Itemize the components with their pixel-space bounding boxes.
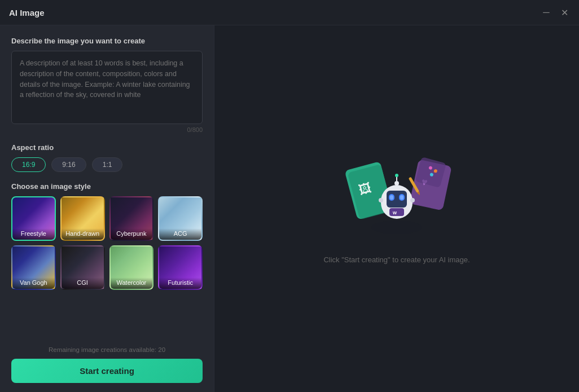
style-futuristic-label: Futuristic — [159, 278, 201, 289]
style-hand-drawn-label: Hand-drawn — [62, 228, 104, 240]
svg-point-18 — [394, 181, 399, 186]
svg-point-20 — [395, 174, 398, 177]
style-van-gogh-label: Van Gogh — [12, 278, 55, 289]
remaining-text: Remaining image creations available: 20 — [11, 346, 203, 353]
style-watercolor-label: Watercolor — [111, 278, 153, 289]
style-acg-label: ACG — [159, 228, 201, 240]
style-cgi[interactable]: CGI — [60, 245, 105, 290]
left-panel: Describe the image you want to create 0/… — [0, 25, 214, 392]
image-style-section: Choose an image style Freestyle Hand-dra… — [11, 182, 203, 290]
style-watercolor[interactable]: Watercolor — [109, 245, 154, 290]
minimize-button[interactable]: ─ — [541, 7, 552, 18]
main-layout: Describe the image you want to create 0/… — [0, 25, 579, 392]
close-button[interactable]: ✕ — [559, 7, 570, 18]
style-cyberpunk-label: Cyberpunk — [111, 228, 153, 240]
ai-illustration: 🖼 ♥ — [340, 154, 453, 244]
aspect-btn-1-1[interactable]: 1:1 — [92, 157, 123, 172]
start-creating-button[interactable]: Start creating — [11, 359, 203, 383]
style-freestyle-label: Freestyle — [12, 228, 55, 240]
prompt-label: Describe the image you want to create — [11, 37, 203, 45]
image-style-label: Choose an image style — [11, 182, 203, 191]
aspect-ratio-section: Aspect ratio 16:9 9:16 1:1 — [11, 143, 203, 172]
window-title: AI Image — [9, 8, 45, 17]
aspect-btn-9-16[interactable]: 9:16 — [51, 157, 86, 172]
char-count: 0/800 — [11, 126, 203, 133]
prompt-textarea[interactable] — [11, 51, 203, 124]
style-freestyle[interactable]: Freestyle — [11, 196, 56, 241]
svg-point-9 — [371, 221, 422, 234]
title-bar: AI Image ─ ✕ — [0, 0, 579, 25]
style-cyberpunk[interactable]: Cyberpunk — [109, 196, 154, 241]
style-acg[interactable]: ACG — [158, 196, 203, 241]
style-hand-drawn[interactable]: Hand-drawn — [60, 196, 105, 241]
bottom-area: Remaining image creations available: 20 … — [11, 341, 203, 383]
window-controls: ─ ✕ — [541, 7, 570, 18]
aspect-btn-16-9[interactable]: 16:9 — [11, 157, 46, 172]
svg-point-21 — [379, 198, 383, 202]
svg-point-22 — [410, 198, 415, 202]
hint-text: Click "Start creating" to create your AI… — [323, 256, 470, 264]
style-van-gogh[interactable]: Van Gogh — [11, 245, 56, 290]
aspect-ratio-buttons: 16:9 9:16 1:1 — [11, 157, 203, 172]
svg-rect-15 — [400, 195, 403, 200]
right-panel: 🖼 ♥ — [214, 25, 579, 392]
style-cgi-label: CGI — [62, 278, 104, 289]
svg-rect-14 — [390, 195, 393, 200]
svg-text:w: w — [392, 210, 397, 215]
aspect-ratio-label: Aspect ratio — [11, 143, 203, 152]
robot-svg: 🖼 ♥ — [340, 154, 453, 244]
style-grid: Freestyle Hand-drawn Cyberpunk ACG Van G… — [11, 196, 203, 290]
style-futuristic[interactable]: Futuristic — [158, 245, 203, 290]
